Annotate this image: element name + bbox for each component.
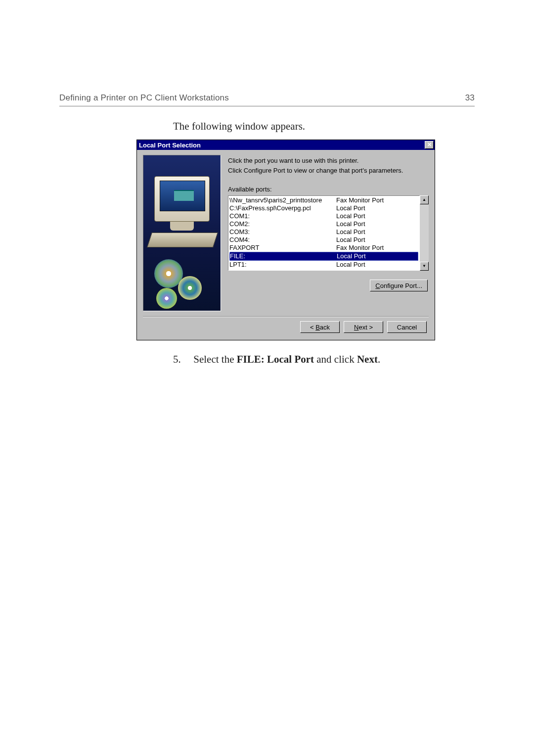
back-pre: <	[310, 324, 315, 331]
page-number: 33	[465, 93, 475, 103]
listbox-scrollbar[interactable]: ▲ ▼	[420, 195, 429, 271]
port-name: \\Nw_tansrv5\paris2_printtostore	[229, 196, 336, 204]
port-row[interactable]: COM2:Local Port	[229, 220, 418, 228]
port-type: Local Port	[337, 252, 366, 260]
port-type: Local Port	[336, 228, 365, 236]
next-post: ext >	[358, 324, 373, 331]
port-row[interactable]: COM3:Local Port	[229, 228, 418, 236]
port-name: COM3:	[229, 228, 336, 236]
step-text-after: .	[378, 353, 380, 365]
available-ports-label: Available ports:	[228, 186, 429, 193]
port-type: Local Port	[336, 212, 365, 220]
scroll-up-icon[interactable]: ▲	[420, 195, 429, 204]
dialog-title: Local Port Selection	[139, 142, 201, 149]
port-name: COM4:	[229, 236, 336, 244]
dialog-titlebar: Local Port Selection ✕	[137, 140, 435, 150]
intro-text: The following window appears.	[173, 120, 475, 133]
port-name: COM1:	[229, 212, 336, 220]
step-text-mid: and click	[314, 353, 357, 365]
port-row[interactable]: FAXPORTFax Monitor Port	[229, 244, 418, 252]
next-accel: N	[354, 324, 358, 331]
back-button[interactable]: < Back	[300, 321, 340, 333]
local-port-selection-dialog: Local Port Selection ✕ Click the port yo…	[136, 140, 435, 340]
port-type: Local Port	[336, 261, 365, 269]
cancel-button[interactable]: Cancel	[387, 321, 427, 333]
port-name: FILE:	[230, 252, 337, 260]
port-name: FAXPORT	[229, 244, 336, 252]
port-row[interactable]: COM4:Local Port	[229, 236, 418, 244]
header-rule	[59, 106, 475, 106]
configure-accel: C	[375, 282, 380, 289]
page-header-left: Defining a Printer on PC Client Workstat…	[59, 93, 229, 103]
port-type: Fax Monitor Port	[336, 244, 384, 252]
next-button[interactable]: Next >	[344, 321, 383, 333]
port-name: C:\FaxPress.spl\Coverpg.pcl	[229, 204, 336, 212]
port-row[interactable]: C:\FaxPress.spl\Coverpg.pclLocal Port	[229, 204, 418, 212]
step-bold-next: Next	[357, 353, 378, 365]
wizard-sidebar-image	[143, 155, 221, 311]
port-name: COM2:	[229, 220, 336, 228]
dialog-instruction-1: Click the port you want to use with this…	[228, 157, 429, 165]
port-type: Fax Monitor Port	[336, 196, 384, 204]
port-row[interactable]: LPT1:Local Port	[229, 261, 418, 269]
dialog-instruction-2: Click Configure Port to view or change t…	[228, 167, 429, 175]
step-text-before: Select the	[193, 353, 236, 365]
configure-post: onfigure Port...	[380, 282, 422, 289]
port-row[interactable]: FILE:Local Port	[229, 252, 418, 261]
port-row[interactable]: COM1:Local Port	[229, 212, 418, 220]
scroll-track[interactable]	[420, 204, 429, 262]
step-number: 5.	[173, 353, 191, 366]
back-accel: B	[315, 324, 320, 331]
port-type: Local Port	[336, 236, 365, 244]
port-name: LPT1:	[229, 261, 336, 269]
port-type: Local Port	[336, 220, 365, 228]
dialog-separator	[143, 316, 429, 317]
close-icon[interactable]: ✕	[425, 141, 434, 149]
scroll-down-icon[interactable]: ▼	[420, 262, 429, 271]
port-type: Local Port	[336, 204, 365, 212]
port-row[interactable]: \\Nw_tansrv5\paris2_printtostoreFax Moni…	[229, 196, 418, 204]
step-5: 5. Select the FILE: Local Port and click…	[173, 353, 475, 366]
available-ports-listbox[interactable]: \\Nw_tansrv5\paris2_printtostoreFax Moni…	[228, 195, 420, 271]
configure-port-button[interactable]: Configure Port...	[370, 280, 428, 291]
step-bold-file-local-port: FILE: Local Port	[237, 353, 314, 365]
back-post: ack	[320, 324, 330, 331]
